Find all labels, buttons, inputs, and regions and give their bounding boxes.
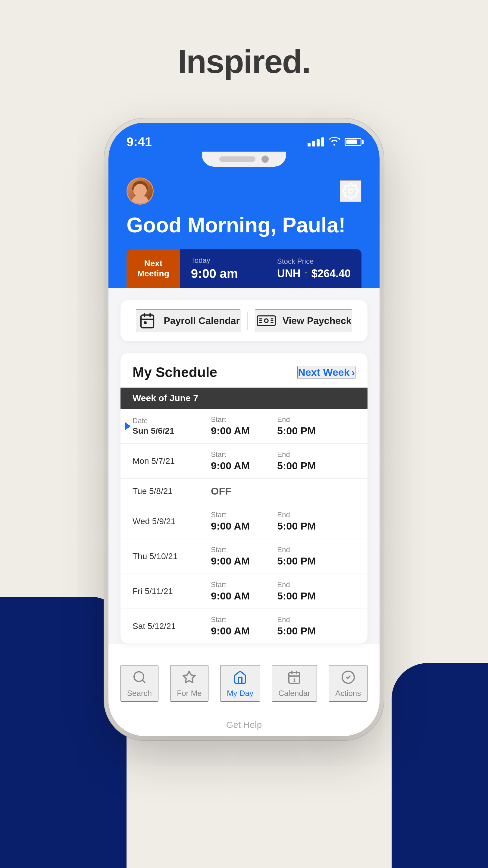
row-start: Start 9:00 AM (211, 615, 277, 637)
wifi-icon (329, 136, 340, 148)
table-row: Date Sun 5/6/21 Start 9:00 AM End 5:00 P… (121, 409, 367, 444)
svg-point-7 (264, 319, 268, 322)
payroll-calendar-icon (136, 310, 158, 332)
next-meeting-badge: NextMeeting (127, 249, 180, 288)
get-help-section: Get Help (108, 714, 380, 736)
nav-search-button[interactable]: Search (121, 665, 158, 702)
view-paycheck-button[interactable]: View Paycheck (255, 309, 352, 332)
row-end: End 5:00 PM (277, 615, 344, 637)
stock-section: Stock Price UNH ↑ $264.40 (266, 250, 361, 287)
stock-price: $264.40 (312, 267, 351, 280)
svg-text:1: 1 (293, 678, 296, 683)
signal-icon (307, 137, 324, 147)
today-label: Today (191, 256, 255, 265)
row-off: OFF (211, 485, 231, 497)
bg-decoration-left (0, 597, 127, 868)
row-end: End 5:00 PM (277, 510, 344, 532)
table-row: Mon 5/7/21 Start 9:00 AM End 5:00 PM (121, 444, 367, 478)
row-date: Fri 5/11/21 (133, 587, 211, 596)
svg-marker-16 (183, 671, 195, 683)
row-date: Sat 5/12/21 (133, 621, 211, 631)
next-week-button[interactable]: Next Week › (297, 366, 355, 379)
nav-actions-button[interactable]: Actions (329, 665, 367, 702)
paycheck-label: View Paycheck (283, 315, 352, 327)
row-date: Tue 5/8/21 (133, 487, 211, 496)
svg-rect-5 (144, 321, 147, 324)
nav-actions-label: Actions (335, 689, 361, 698)
search-icon (131, 669, 148, 686)
info-bar: NextMeeting Today 9:00 am Stock Price UN… (127, 249, 361, 288)
bottom-nav: Search For Me My Day (108, 656, 380, 714)
row-start: Start 9:00 AM (211, 510, 277, 532)
table-row: Sat 5/12/21 Start 9:00 AM End 5:00 PM (121, 609, 367, 644)
notch (202, 152, 286, 167)
table-row: Wed 5/9/21 Start 9:00 AM End 5:00 PM (121, 504, 367, 539)
row-date: Thu 5/10/21 (133, 552, 211, 561)
home-icon (232, 669, 249, 686)
stock-label: Stock Price (277, 257, 351, 266)
row-start: Start 9:00 AM (211, 415, 277, 437)
bg-decoration-right (392, 663, 488, 868)
stock-value-row: UNH ↑ $264.40 (277, 267, 351, 280)
settings-button[interactable] (340, 180, 361, 202)
payroll-calendar-button[interactable]: Payroll Calendar (136, 309, 240, 332)
row-date: Date Sun 5/6/21 (133, 416, 211, 436)
payroll-label: Payroll Calendar (164, 315, 240, 327)
status-icons (307, 136, 361, 148)
nav-for-me-label: For Me (177, 689, 201, 698)
calendar-icon: 1 (286, 669, 303, 686)
row-end: End 5:00 PM (277, 581, 344, 602)
action-divider (247, 312, 248, 330)
status-bar: 9:41 (108, 123, 380, 149)
nav-my-day-button[interactable]: My Day (220, 665, 260, 702)
nav-for-me-button[interactable]: For Me (170, 665, 208, 702)
table-row: Fri 5/11/21 Start 9:00 AM End 5:00 PM (121, 574, 367, 609)
quick-actions-card: Payroll Calendar View Paych (121, 300, 367, 341)
svg-line-15 (142, 680, 145, 683)
row-end: End 5:00 PM (277, 450, 344, 472)
row-end: End 5:00 PM (277, 546, 344, 567)
info-sections: Today 9:00 am Stock Price UNH ↑ $264.40 (180, 249, 361, 288)
row-end: End 5:00 PM (277, 415, 344, 437)
svg-point-0 (349, 189, 353, 193)
phone-mockup: 9:41 (108, 123, 380, 736)
greeting-text: Good Morning, Paula! (127, 214, 361, 237)
page-tagline: Inspired. (178, 42, 310, 81)
check-circle-icon (340, 669, 357, 686)
header-top (127, 178, 361, 205)
nav-search-label: Search (127, 689, 152, 698)
today-section: Today 9:00 am (180, 249, 266, 288)
stock-arrow-icon: ↑ (304, 268, 308, 279)
content-area: Payroll Calendar View Paych (108, 288, 380, 644)
notch-area (108, 149, 380, 172)
row-start: Start 9:00 AM (211, 581, 277, 602)
schedule-title: My Schedule (133, 364, 217, 380)
row-start: Start 9:00 AM (211, 450, 277, 472)
row-date: Wed 5/9/21 (133, 517, 211, 526)
today-value: 9:00 am (191, 267, 255, 281)
status-time: 9:41 (127, 135, 152, 149)
svg-rect-1 (141, 315, 154, 328)
table-row: Thu 5/10/21 Start 9:00 AM End 5:00 PM (121, 539, 367, 574)
week-header: Week of June 7 (121, 388, 367, 409)
nav-calendar-button[interactable]: 1 Calendar (272, 665, 317, 702)
battery-icon (345, 138, 361, 146)
avatar[interactable] (127, 178, 154, 205)
stock-ticker: UNH (277, 267, 301, 280)
nav-calendar-label: Calendar (278, 689, 310, 698)
schedule-card: My Schedule Next Week › Week of June 7 D… (121, 353, 367, 644)
star-icon (181, 669, 198, 686)
table-row: Tue 5/8/21 OFF (121, 478, 367, 504)
paycheck-icon (255, 310, 277, 332)
schedule-table: Date Sun 5/6/21 Start 9:00 AM End 5:00 P… (121, 409, 367, 644)
row-start: Start 9:00 AM (211, 546, 277, 567)
app-header: Good Morning, Paula! NextMeeting Today 9… (108, 172, 380, 288)
row-date: Mon 5/7/21 (133, 456, 211, 466)
schedule-header: My Schedule Next Week › (121, 353, 367, 388)
get-help-text: Get Help (226, 720, 262, 730)
next-meeting-label: NextMeeting (137, 258, 169, 278)
nav-my-day-label: My Day (227, 689, 253, 698)
